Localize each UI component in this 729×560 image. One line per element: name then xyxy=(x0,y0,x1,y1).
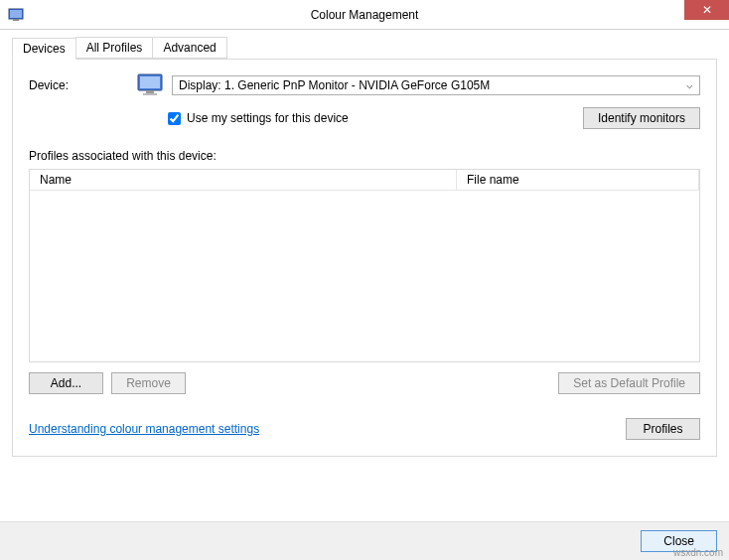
svg-rect-1 xyxy=(10,10,22,18)
use-settings-label: Use my settings for this device xyxy=(187,111,349,125)
watermark: wsxdn.com xyxy=(673,547,723,558)
window-title: Colour Management xyxy=(0,8,729,22)
add-button[interactable]: Add... xyxy=(29,372,103,394)
tab-devices[interactable]: Devices xyxy=(12,38,76,60)
identify-monitors-button[interactable]: Identify monitors xyxy=(583,107,700,129)
svg-rect-5 xyxy=(146,90,154,93)
remove-button: Remove xyxy=(111,372,186,394)
use-settings-checkbox[interactable] xyxy=(168,112,181,125)
svg-rect-2 xyxy=(13,19,19,21)
titlebar: Colour Management ✕ xyxy=(0,0,729,30)
profiles-label: Profiles associated with this device: xyxy=(29,149,700,163)
app-icon xyxy=(8,7,24,23)
tab-row: Devices All Profiles Advanced xyxy=(12,38,717,60)
close-icon: ✕ xyxy=(702,3,712,17)
dialog-footer: Close xyxy=(0,521,729,560)
svg-rect-6 xyxy=(143,93,157,95)
device-label: Device: xyxy=(29,78,128,92)
monitor-icon xyxy=(136,73,164,97)
column-header-name[interactable]: Name xyxy=(30,170,457,190)
device-dropdown[interactable]: Display: 1. Generic PnP Monitor - NVIDIA… xyxy=(172,75,700,95)
tab-advanced[interactable]: Advanced xyxy=(152,37,226,59)
profiles-button[interactable]: Profiles xyxy=(626,418,700,440)
set-default-button: Set as Default Profile xyxy=(558,372,700,394)
device-selected-value: Display: 1. Generic PnP Monitor - NVIDIA… xyxy=(179,78,490,92)
tab-all-profiles[interactable]: All Profiles xyxy=(75,37,154,59)
svg-rect-4 xyxy=(140,76,160,88)
tab-panel-devices: Device: Display: 1. Generic PnP Monitor … xyxy=(12,60,717,457)
profiles-table: Name File name xyxy=(29,169,700,362)
understanding-link[interactable]: Understanding colour management settings xyxy=(29,422,259,436)
window-close-button[interactable]: ✕ xyxy=(684,0,729,20)
column-header-filename[interactable]: File name xyxy=(457,170,699,190)
table-header: Name File name xyxy=(30,170,699,191)
